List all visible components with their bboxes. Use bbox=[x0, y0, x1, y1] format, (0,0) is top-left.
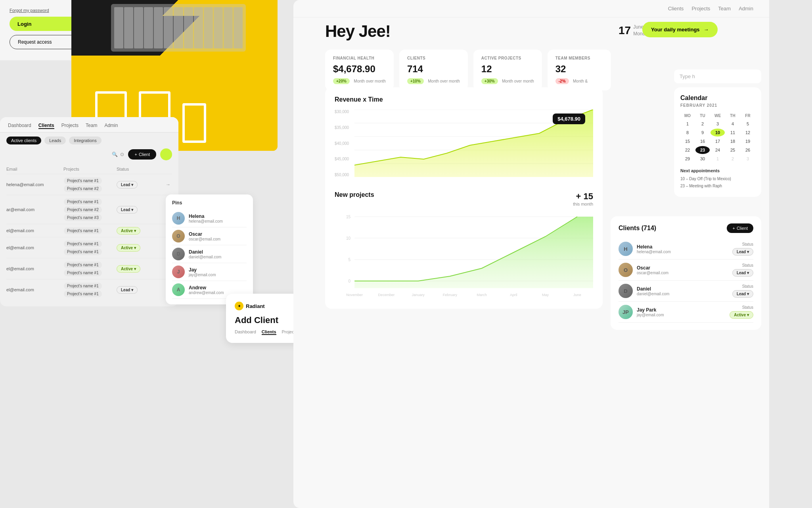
filter-leads[interactable]: Leads bbox=[44, 137, 66, 144]
appt-item-2: 23 – Meeting with Raph bbox=[680, 183, 755, 190]
nav-item-projects[interactable]: Projects bbox=[691, 6, 710, 12]
user-avatar bbox=[160, 148, 172, 160]
stat-label: TEAM MEMBERS bbox=[555, 56, 603, 60]
pin-name: Andrew bbox=[189, 285, 247, 291]
cal-day[interactable]: 8 bbox=[680, 129, 695, 137]
cal-day[interactable]: 17 bbox=[710, 137, 725, 145]
chart-title: Revenue x Time bbox=[335, 96, 593, 103]
type-input[interactable]: Type h bbox=[674, 69, 761, 83]
filter-icon[interactable]: ⊙ bbox=[120, 152, 124, 157]
cal-day-faded[interactable]: 2 bbox=[726, 155, 740, 163]
table-row: ar@email.com Project's name #1 Project's… bbox=[6, 195, 172, 224]
search-icon[interactable]: 🔍 bbox=[112, 152, 118, 157]
add-client-label: Client bbox=[139, 152, 150, 157]
add-client-button[interactable]: + Client bbox=[128, 149, 156, 160]
svg-text:10: 10 bbox=[346, 236, 351, 241]
client-status: Lead ▾ bbox=[117, 206, 164, 214]
table-header: Email Projects Status bbox=[6, 164, 172, 174]
svg-text:February: February bbox=[443, 293, 458, 297]
stat-label: ACTIVE PROJECTS bbox=[481, 56, 534, 60]
np-title-group: New projects bbox=[335, 191, 374, 198]
chart-svg: $4,678.90 bbox=[354, 110, 593, 177]
row-arrow[interactable]: → bbox=[166, 182, 178, 187]
col-email: Email bbox=[6, 167, 62, 171]
nav-clients[interactable]: Clients bbox=[38, 123, 54, 129]
cl-status: Status Lead ▾ bbox=[732, 284, 753, 298]
cal-day[interactable]: 2 bbox=[695, 120, 710, 128]
nav-team[interactable]: Team bbox=[86, 123, 97, 129]
nav-projects[interactable]: Projects bbox=[61, 123, 79, 129]
cl-status: Status Active ▾ bbox=[730, 305, 753, 319]
np-count: + 15 bbox=[573, 191, 593, 202]
cal-day[interactable]: 25 bbox=[726, 146, 740, 154]
stat-sub: Month & bbox=[573, 79, 588, 83]
cal-day[interactable]: 15 bbox=[680, 137, 695, 145]
filter-active-clients[interactable]: Active clients bbox=[6, 137, 41, 144]
cal-day[interactable]: 18 bbox=[726, 137, 740, 145]
svg-text:May: May bbox=[542, 293, 549, 297]
cal-day[interactable]: 24 bbox=[710, 146, 725, 154]
calendar-panel: Calendar FEBRUARY 2021 MO TU WE TH FR 1 … bbox=[674, 87, 761, 197]
cal-day[interactable]: 26 bbox=[741, 146, 755, 154]
nav-dashboard[interactable]: Dashboard bbox=[8, 123, 31, 129]
filter-integrations[interactable]: Integrations bbox=[69, 137, 101, 144]
ac-nav-dashboard[interactable]: Dashboard bbox=[235, 329, 256, 335]
cal-day[interactable]: 5 bbox=[741, 120, 755, 128]
nav-item-clients[interactable]: Clients bbox=[668, 6, 684, 12]
table-row: el@email.com Project's name #1 Project's… bbox=[6, 258, 172, 279]
pin-avatar: J bbox=[172, 266, 185, 278]
ac-nav-clients[interactable]: Clients bbox=[262, 329, 276, 335]
nav-admin[interactable]: Admin bbox=[104, 123, 118, 129]
y-axis: $50,000 $45,000 $40,000 $35,000 $30,000 bbox=[335, 110, 349, 177]
door-frame-3 bbox=[182, 103, 206, 143]
cal-day[interactable]: 22 bbox=[680, 146, 695, 154]
stat-badge: +30% bbox=[481, 78, 498, 84]
cal-day[interactable]: 1 bbox=[680, 120, 695, 128]
client-status: Lead ▾ bbox=[117, 181, 164, 189]
pin-item: D Daniel daniel@email.com bbox=[172, 245, 247, 263]
nav-item-team[interactable]: Team bbox=[718, 6, 731, 12]
nav-item-admin[interactable]: Admin bbox=[739, 6, 753, 12]
cal-day-faded[interactable]: 3 bbox=[741, 155, 755, 163]
cal-day[interactable]: 4 bbox=[726, 120, 740, 128]
table-row: helena@email.com Project's name #1 Proje… bbox=[6, 174, 172, 195]
cl-add-button[interactable]: + Client bbox=[727, 223, 753, 233]
cal-day[interactable]: 16 bbox=[695, 137, 710, 145]
client-projects: Project's name #1 Project's name #1 bbox=[63, 261, 115, 277]
client-projects: Project's name #1 Project's name #2 bbox=[63, 177, 115, 192]
daily-meetings-arrow: → bbox=[704, 27, 709, 33]
clients-list-panel: Clients (714) + Client H Helena helena@e… bbox=[611, 216, 761, 330]
daily-meetings-button[interactable]: Your daily meetings → bbox=[642, 22, 718, 37]
cal-day-today[interactable]: 10 bbox=[710, 129, 725, 137]
cal-day[interactable]: 3 bbox=[710, 120, 725, 128]
cal-day[interactable]: 9 bbox=[695, 129, 710, 137]
client-email: helena@email.com bbox=[6, 182, 62, 187]
cal-day[interactable]: 19 bbox=[741, 137, 755, 145]
svg-text:June: June bbox=[573, 293, 581, 297]
cl-name: Helena bbox=[637, 244, 728, 250]
cal-day-selected[interactable]: 23 bbox=[695, 146, 710, 154]
cl-row: D Daniel daniel@email.com Status Lead ▾ bbox=[619, 281, 753, 302]
cl-email: daniel@email.com bbox=[637, 292, 728, 296]
cal-day[interactable]: 30 bbox=[695, 155, 710, 163]
clients-panel: Dashboard Clients Projects Team Admin Ac… bbox=[0, 117, 178, 306]
svg-text:April: April bbox=[510, 293, 517, 297]
pin-name: Oscar bbox=[189, 231, 247, 237]
cal-day-faded[interactable]: 1 bbox=[710, 155, 725, 163]
add-client-plus: + bbox=[134, 152, 137, 157]
cl-row: O Oscar oscar@email.com Status Lead ▾ bbox=[619, 260, 753, 281]
cl-add-plus: + bbox=[732, 226, 735, 231]
svg-text:5: 5 bbox=[349, 258, 351, 262]
stat-clients: CLIENTS 714 +10% Month over month bbox=[399, 50, 468, 90]
client-status: Lead ▾ bbox=[117, 286, 164, 294]
client-projects: Project's name #1 bbox=[63, 227, 115, 235]
pin-email: helena@email.com bbox=[189, 219, 247, 223]
date-number: 17 bbox=[619, 24, 631, 37]
cal-day[interactable]: 29 bbox=[680, 155, 695, 163]
stat-sub: Month over month bbox=[428, 79, 460, 83]
cal-header-mo: MO bbox=[680, 112, 695, 119]
cal-day[interactable]: 12 bbox=[741, 129, 755, 137]
filter-row: Active clients Leads Integrations bbox=[0, 133, 178, 148]
cal-day[interactable]: 11 bbox=[726, 129, 740, 137]
cl-avatar: O bbox=[619, 263, 633, 277]
